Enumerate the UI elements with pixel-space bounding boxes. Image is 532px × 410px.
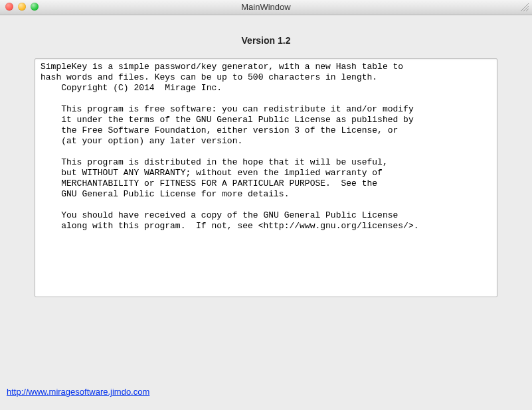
website-link[interactable]: http://www.miragesoftware.jimdo.com bbox=[7, 387, 149, 397]
zoom-icon[interactable] bbox=[31, 3, 39, 11]
window-controls bbox=[5, 3, 39, 11]
license-textview[interactable]: SimpleKey is a simple password/key gener… bbox=[35, 58, 497, 297]
minimize-icon[interactable] bbox=[18, 3, 26, 11]
license-text: SimpleKey is a simple password/key gener… bbox=[35, 59, 497, 232]
version-label: Version 1.2 bbox=[0, 35, 532, 46]
close-icon[interactable] bbox=[5, 3, 13, 11]
client-area: Version 1.2 SimpleKey is a simple passwo… bbox=[0, 15, 532, 410]
window-title: MainWindow bbox=[241, 2, 290, 12]
resize-handle-icon[interactable] bbox=[519, 2, 530, 13]
window-titlebar: MainWindow bbox=[0, 0, 532, 15]
